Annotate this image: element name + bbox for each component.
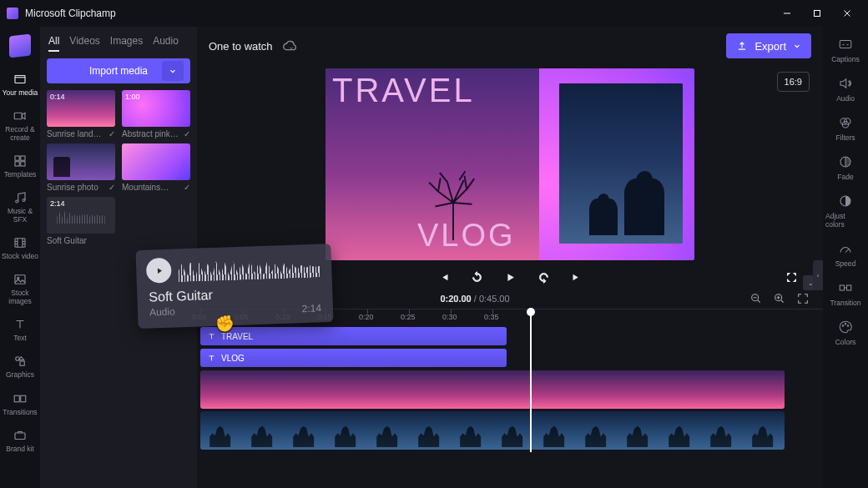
svg-rect-6 [15, 156, 19, 160]
video-frame [451, 411, 492, 450]
left-nav-rail: Your media Record & create Templates Mus… [0, 27, 40, 488]
nav-label: Transitions [3, 409, 37, 416]
media-thumb [122, 143, 190, 180]
text-clip-vlog[interactable]: VLOG [200, 349, 507, 367]
nav-label: Stock video [2, 253, 38, 260]
playhead[interactable] [530, 309, 532, 452]
video-frame [242, 370, 284, 409]
text-icon [207, 354, 216, 363]
aspect-ratio-button[interactable]: 16:9 [777, 72, 810, 92]
fullscreen-button[interactable] [785, 270, 798, 284]
import-dropdown-button[interactable] [162, 61, 184, 81]
zoom-fit-button[interactable] [796, 292, 810, 305]
palette-icon [836, 318, 855, 336]
clipchamp-logo-icon [9, 34, 31, 58]
video-preview[interactable]: TRAVEL VLOG [326, 68, 694, 260]
nav-label: Text [13, 335, 27, 342]
prop-adjust-colors[interactable]: Adjust colors [825, 190, 865, 231]
skip-back-button[interactable] [437, 270, 450, 284]
waveform-icon [178, 254, 320, 282]
nav-brand-kit[interactable]: Brand kit [2, 425, 38, 456]
nav-stock-images[interactable]: Stock images [2, 269, 38, 309]
media-tab-all[interactable]: All [48, 35, 59, 52]
media-item[interactable]: 0:14 Sunrise land…✓ [47, 90, 115, 138]
skip-forward-button[interactable] [570, 270, 583, 284]
prop-colors[interactable]: Colors [825, 316, 865, 349]
drag-clip-length: 2:14 [301, 302, 321, 314]
media-tab-audio[interactable]: Audio [153, 35, 179, 52]
import-media-button[interactable]: Import media [47, 58, 190, 83]
video-frame [367, 370, 409, 409]
nav-label: Music & SFX [2, 208, 38, 224]
svg-point-30 [842, 325, 844, 327]
video-frame [326, 370, 367, 409]
media-item[interactable]: Mountains…✓ [122, 143, 190, 192]
media-item[interactable]: Sunrise photo✓ [47, 143, 115, 192]
transition-icon [836, 279, 855, 297]
play-button[interactable] [503, 270, 517, 284]
video-frame [534, 411, 576, 450]
video-frame [534, 370, 576, 409]
rewind-button[interactable] [470, 270, 483, 284]
minimize-button[interactable] [781, 8, 793, 19]
nav-record-create[interactable]: Record & create [2, 105, 38, 145]
prop-transition[interactable]: Transition [825, 277, 865, 309]
media-item[interactable]: 2:14 Soft Guitar [47, 197, 115, 245]
media-tab-images[interactable]: Images [110, 35, 143, 52]
video-frame [701, 411, 743, 450]
prop-filters[interactable]: Filters [825, 112, 865, 144]
nav-templates[interactable]: Templates [2, 150, 38, 182]
nav-your-media[interactable]: Your media [2, 68, 38, 100]
close-button[interactable] [841, 8, 853, 19]
video-track-2[interactable] [200, 411, 785, 450]
prop-audio[interactable]: Audio [825, 73, 865, 105]
right-panel-handle[interactable]: ‹ [813, 260, 823, 290]
svg-point-10 [16, 200, 18, 203]
video-frame [659, 411, 701, 450]
media-tabs: All Videos Images Audio [47, 33, 190, 57]
record-icon [12, 108, 28, 124]
svg-rect-9 [21, 162, 25, 166]
app-title: Microsoft Clipchamp [25, 8, 116, 19]
media-thumb: 1:00 [122, 90, 190, 127]
media-item[interactable]: 1:00 Abstract pink…✓ [122, 90, 190, 138]
video-frame [618, 411, 659, 450]
nav-graphics[interactable]: Graphics [2, 350, 38, 382]
forward-button[interactable] [537, 270, 550, 284]
check-icon: ✓ [108, 129, 115, 138]
filters-icon [836, 113, 855, 132]
prop-fade[interactable]: Fade [825, 151, 865, 184]
prop-speed[interactable]: Speed [825, 238, 865, 270]
export-button[interactable]: Export [726, 33, 811, 58]
nav-text[interactable]: Text [2, 314, 38, 345]
media-tab-videos[interactable]: Videos [69, 35, 99, 52]
brandkit-icon [12, 427, 28, 444]
graphics-icon [12, 353, 28, 370]
preview-stage: TRAVEL VLOG [197, 65, 823, 265]
prop-captions[interactable]: Captions [825, 33, 865, 66]
editor-topbar: One to watch Export [197, 27, 823, 65]
titlebar: Microsoft Clipchamp [0, 0, 868, 27]
transitions-icon [12, 390, 28, 407]
nav-label: Your media [3, 89, 38, 97]
nav-label: Record & create [2, 126, 38, 142]
zoom-in-button[interactable] [773, 292, 786, 305]
upload-icon [736, 40, 748, 52]
contrast-icon [836, 192, 855, 210]
media-name: Sunrise photo [47, 183, 98, 192]
timeline-tracks[interactable]: TRAVEL VLOG [197, 324, 823, 452]
video-frame [409, 370, 451, 409]
nav-music-sfx[interactable]: Music & SFX [2, 187, 38, 227]
zoom-out-button[interactable] [749, 292, 763, 305]
drag-play-button[interactable] [146, 258, 172, 284]
drag-clip-type: Audio [149, 306, 175, 319]
maximize-button[interactable] [811, 8, 823, 19]
text-clip-travel[interactable]: TRAVEL [200, 327, 507, 345]
nav-stock-video[interactable]: Stock video [2, 232, 38, 264]
project-name[interactable]: One to watch [209, 40, 273, 53]
nav-transitions[interactable]: Transitions [2, 388, 38, 420]
video-track-1[interactable] [200, 370, 785, 409]
svg-rect-16 [20, 361, 24, 365]
export-label: Export [754, 40, 786, 53]
media-name: Sunrise land… [47, 129, 102, 138]
